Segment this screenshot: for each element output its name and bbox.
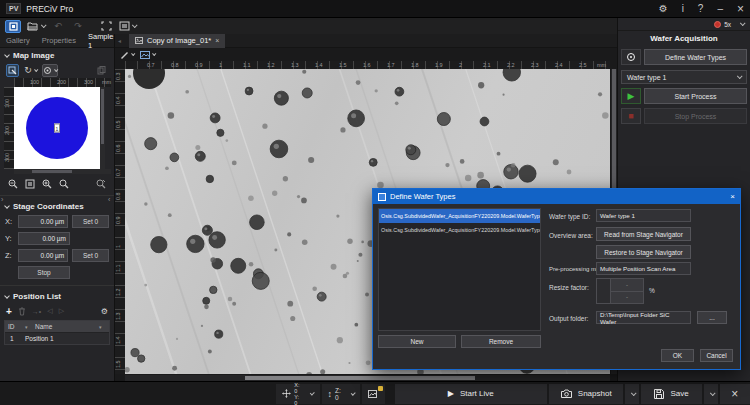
ruler-tick-label: 1.3	[291, 62, 299, 68]
close-button[interactable]: ×	[737, 4, 744, 14]
add-position-button[interactable]: +	[6, 306, 12, 317]
zoom-selection-icon[interactable]	[59, 179, 69, 189]
dialog-close-button[interactable]: ×	[730, 192, 735, 201]
close-tab-icon[interactable]: ×	[215, 37, 219, 44]
undo-icon[interactable]: ↶	[51, 20, 65, 33]
set-z-zero-button[interactable]: Set 0	[72, 249, 109, 262]
map-select-tool-button[interactable]	[6, 64, 19, 77]
application-window: PV PRECiV Pro ⚙ i ? – × ↶ ↷ Gallery	[0, 0, 750, 405]
position-marker[interactable]: 1	[54, 124, 60, 133]
stage-xy-control[interactable]: X: 0 Y: 0	[276, 384, 319, 404]
resize-spin-up[interactable]: -	[611, 279, 643, 292]
z-position-field[interactable]: 0.00 µm	[18, 249, 69, 262]
map-image-header[interactable]: Map Image	[0, 48, 114, 62]
define-wafer-record-icon	[621, 49, 641, 65]
image-buffer-button[interactable]	[362, 384, 385, 404]
settings-icon[interactable]: ⚙	[659, 4, 668, 14]
panel-collapse-handle[interactable]: ‹	[108, 196, 110, 203]
restore-to-stage-navigator-button[interactable]: Restore to Stage Navigator	[596, 245, 691, 259]
ok-button[interactable]: OK	[661, 349, 694, 362]
column-name[interactable]: Name	[35, 323, 99, 330]
map-canvas[interactable]: 1	[14, 87, 100, 169]
help-icon[interactable]: ?	[698, 4, 704, 14]
resize-spin-down[interactable]: -	[611, 292, 643, 304]
zoom-fit-icon[interactable]	[25, 179, 35, 189]
tab-sample[interactable]: Sample 1	[82, 32, 119, 50]
ruler-tick-label: 1.1	[115, 264, 121, 272]
image-document-tab[interactable]: Copy of Image_01* ×	[129, 34, 225, 48]
output-folder-input[interactable]: D:\Temp\Input Folder SiC Wafer	[596, 311, 691, 324]
wafer-type-id-input[interactable]: Wafer type 1	[596, 209, 691, 222]
stage-coordinates-header[interactable]: Stage Coordinates	[0, 199, 114, 213]
close-workspace-button[interactable]: ×	[720, 384, 750, 404]
annotation-tool-dropdown[interactable]	[120, 48, 134, 61]
map-toolbar: ↻	[0, 62, 114, 78]
map-copy-button[interactable]	[95, 64, 108, 77]
filter-icon[interactable]: ▾	[99, 324, 109, 330]
define-wafer-types-dialog: Define Wafer Types × Osis.Csg.Subdivided…	[372, 188, 741, 370]
wafer-type-list-item[interactable]: Osis.Csg.SubdividedWafer_AcquisitionFY22…	[379, 223, 540, 237]
wafer-type-dropdown[interactable]: Wafer type 1	[621, 70, 747, 84]
set-x-zero-button[interactable]: Set 0	[72, 215, 109, 228]
table-row[interactable]: 1Position 1	[5, 332, 109, 344]
start-live-button[interactable]: ▶ Start Live	[395, 384, 547, 404]
save-button[interactable]: Save	[641, 384, 702, 404]
panel-expand-handle-left[interactable]: ›	[1, 196, 3, 203]
resize-factor-spinner[interactable]: - -	[596, 278, 644, 304]
ruler-tick-label: 0.7	[115, 168, 121, 176]
tab-scroll-left-icon[interactable]: ◂	[118, 37, 121, 44]
objective-selector[interactable]: 5x	[618, 18, 750, 31]
wafer-type-id-label: Wafer type ID:	[549, 213, 590, 220]
stage-z-control[interactable]: ↕ Z: 0	[322, 384, 360, 404]
zoom-in-icon[interactable]	[42, 179, 52, 189]
save-options-button[interactable]	[704, 384, 718, 404]
x-position-field[interactable]: 0.00 µm	[18, 215, 69, 228]
new-wafer-type-button[interactable]: New	[378, 335, 456, 348]
snapshot-button[interactable]: Snapshot	[549, 384, 624, 404]
map-horizontal-scrollbar[interactable]	[14, 169, 111, 174]
tab-properties[interactable]: Properties	[36, 36, 82, 45]
read-from-stage-navigator-button[interactable]: Read from Stage Navigator	[596, 227, 691, 241]
y-position-field[interactable]: 0.00 µm	[18, 232, 70, 245]
filter-icon[interactable]: ▾	[25, 324, 35, 330]
ruler-tick-label: 200	[57, 79, 66, 85]
display-mode-dropdown[interactable]	[140, 48, 155, 61]
tab-gallery[interactable]: Gallery	[0, 36, 36, 45]
ruler-tick-label: 1	[219, 62, 222, 68]
zoom-region-icon[interactable]	[96, 179, 106, 189]
start-process-button[interactable]: Start Process	[644, 88, 747, 104]
chevron-down-icon	[740, 20, 746, 26]
report-layout-button[interactable]	[119, 20, 136, 33]
browse-folder-button[interactable]: ...	[697, 311, 727, 324]
wafer-type-list[interactable]: Osis.Csg.SubdividedWafer_AcquisitionFY22…	[378, 208, 541, 331]
menu-button[interactable]	[5, 20, 21, 33]
preprocessing-macro-dropdown[interactable]: Multiple Position Scan Area	[596, 262, 691, 275]
column-id[interactable]: ID	[5, 323, 25, 330]
stage-stop-button[interactable]: Stop	[18, 266, 70, 279]
remove-wafer-type-button[interactable]: Remove	[461, 335, 541, 348]
cancel-button[interactable]: Cancel	[700, 349, 733, 362]
map-refresh-button[interactable]: ↻	[24, 64, 37, 77]
define-wafer-types-button[interactable]: Define Wafer Types	[644, 49, 747, 65]
ruler-tick-label: 0.9	[195, 62, 203, 68]
minimize-button[interactable]: –	[717, 4, 723, 14]
delete-position-icon[interactable]	[18, 307, 26, 316]
next-position-icon[interactable]: ▷	[59, 307, 64, 315]
position-settings-icon[interactable]: ⚙	[101, 307, 108, 316]
open-file-button[interactable]	[27, 20, 45, 33]
move-stage-icon	[282, 388, 291, 399]
zoom-out-icon[interactable]	[8, 179, 18, 189]
position-table-header[interactable]: ID ▾ Name ▾	[5, 321, 109, 332]
dialog-title-bar[interactable]: Define Wafer Types ×	[373, 189, 740, 204]
ruler-tick-label: 1.6	[363, 62, 371, 68]
map-vertical-scrollbar[interactable]	[100, 87, 105, 169]
ruler-tick-label: 1.9	[435, 62, 443, 68]
info-icon[interactable]: i	[682, 4, 684, 14]
move-to-position-icon[interactable]: →•	[32, 308, 41, 315]
position-list-header[interactable]: Position List	[0, 289, 114, 303]
map-stage-button[interactable]	[42, 64, 58, 77]
stop-process-button[interactable]: Stop Process	[644, 108, 747, 124]
previous-position-icon[interactable]: ◁	[47, 307, 52, 315]
wafer-type-list-item[interactable]: Osis.Csg.SubdividedWafer_AcquisitionFY22…	[379, 209, 540, 223]
snapshot-options-button[interactable]	[625, 384, 639, 404]
